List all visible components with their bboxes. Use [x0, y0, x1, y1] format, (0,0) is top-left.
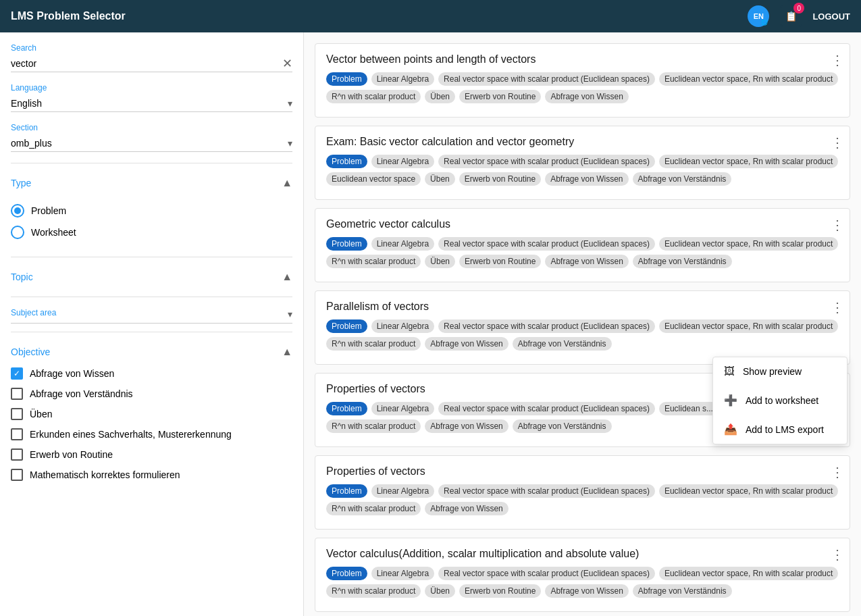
context-add-lms[interactable]: 📤 Add to LMS export	[713, 415, 847, 444]
tag-eucl-4: Euclidean s...	[659, 402, 719, 415]
type-problem-radio[interactable]	[11, 204, 24, 217]
tag-abfrage-1: Abfrage von Wissen	[545, 172, 628, 186]
objective-section: Objective ▲ ✓ Abfrage von Wissen Abfrage…	[11, 340, 292, 485]
obj-checkbox-1[interactable]	[11, 388, 23, 400]
type-problem-label: Problem	[31, 205, 66, 216]
search-row: ✕	[11, 55, 292, 72]
context-show-preview[interactable]: 🖼 Show preview	[713, 357, 847, 386]
tag-rn-6: R^n with scalar product	[326, 584, 421, 598]
context-add-worksheet[interactable]: ➕ Add to worksheet	[713, 386, 847, 415]
language-badge[interactable]: EN 🌐	[748, 5, 769, 27]
result-card-5: ⋮ Properties of vectors Problem Linear A…	[315, 455, 850, 530]
tag-real-1: Real vector space with scalar product (E…	[438, 155, 655, 168]
objective-options: ✓ Abfrage von Wissen Abfrage von Verstän…	[11, 363, 292, 485]
obj-checkbox-3[interactable]	[11, 428, 23, 440]
tag-problem-2: Problem	[326, 237, 367, 251]
tag-linear-2: Linear Algebra	[371, 237, 434, 251]
tag-erwerb-0: Erwerb von Routine	[459, 90, 541, 103]
obj-checkbox-2[interactable]	[11, 408, 23, 420]
app-header: LMS Problem Selector EN 🌐 📋 0 LOGOUT	[0, 0, 861, 32]
more-options-button-2[interactable]: ⋮	[831, 218, 844, 232]
result-tags-0: Problem Linear Algebra Real vector space…	[326, 72, 839, 86]
result-title-0: Vector between points and length of vect…	[326, 53, 839, 66]
tag-rn-0: R^n with scalar product	[326, 90, 421, 103]
topic-section: Topic ▲	[11, 265, 292, 288]
tag-linear-0: Linear Algebra	[371, 72, 434, 86]
section-dropdown-arrow: ▾	[288, 138, 292, 149]
type-problem-option[interactable]: Problem	[11, 200, 292, 222]
preview-icon: 🖼	[724, 365, 735, 378]
obj-option-4[interactable]: Erwerb von Routine	[11, 444, 292, 465]
more-options-button-0[interactable]: ⋮	[831, 53, 844, 67]
topic-header[interactable]: Topic ▲	[11, 265, 292, 288]
obj-option-3[interactable]: Erkunden eines Sachverhalts, Mustererken…	[11, 424, 292, 444]
more-options-button-1[interactable]: ⋮	[831, 136, 844, 149]
tag-problem-5: Problem	[326, 484, 367, 498]
add-worksheet-label: Add to worksheet	[746, 395, 818, 406]
obj-label-2: Üben	[30, 409, 52, 419]
obj-label-3: Erkunden eines Sachverhalts, Mustererken…	[30, 429, 232, 440]
tag-real-4: Real vector space with scalar product (E…	[438, 402, 655, 415]
obj-checkbox-0[interactable]: ✓	[11, 367, 23, 380]
obj-option-2[interactable]: Üben	[11, 404, 292, 424]
obj-option-5[interactable]: Mathematisch korrektes formulieren	[11, 465, 292, 485]
obj-checkbox-4[interactable]	[11, 448, 23, 461]
tag-problem-6: Problem	[326, 567, 367, 580]
tag-erwerb-2: Erwerb von Routine	[459, 255, 541, 268]
context-menu: 🖼 Show preview ➕ Add to worksheet 📤 Add …	[712, 357, 847, 444]
obj-checkbox-5[interactable]	[11, 469, 23, 481]
tag-abfrage-0: Abfrage von Wissen	[545, 90, 628, 103]
language-dropdown-arrow: ▾	[288, 98, 292, 109]
tag-problem-4: Problem	[326, 402, 367, 415]
result-title-5: Properties of vectors	[326, 465, 839, 478]
type-header[interactable]: Type ▲	[11, 172, 292, 195]
more-options-button-3[interactable]: ⋮	[831, 301, 844, 314]
logout-button[interactable]: LOGOUT	[812, 11, 850, 22]
tag-abfrage-6: Abfrage von Wissen	[545, 584, 628, 598]
tag-eucl-6: Euclidean vector space, Rn with scalar p…	[659, 567, 838, 580]
tag-problem-3: Problem	[326, 319, 367, 333]
type-worksheet-radio[interactable]	[11, 226, 24, 239]
tag-eucl-3: Euclidean vector space, Rn with scalar p…	[659, 319, 838, 333]
tag-eucl2-1: Euclidean vector space	[326, 172, 421, 186]
tag-uben-0: Üben	[425, 90, 455, 103]
more-options-button-5[interactable]: ⋮	[831, 465, 844, 479]
obj-label-0: Abfrage von Wissen	[30, 368, 114, 379]
section-label: Section	[11, 123, 292, 132]
more-options-button-6[interactable]: ⋮	[831, 548, 844, 561]
tag-problem-1: Problem	[326, 155, 367, 168]
obj-label-4: Erwerb von Routine	[30, 449, 113, 460]
objective-label: Objective	[11, 346, 50, 357]
obj-option-1[interactable]: Abfrage von Verständnis	[11, 384, 292, 404]
obj-option-0[interactable]: ✓ Abfrage von Wissen	[11, 363, 292, 384]
notif-count: 0	[793, 3, 804, 14]
tag-real-3: Real vector space with scalar product (E…	[438, 319, 655, 333]
search-label: Search	[11, 43, 292, 53]
search-input[interactable]	[11, 55, 282, 72]
tag-linear-3: Linear Algebra	[371, 319, 434, 333]
language-section: Language English Deutsch ▾	[11, 83, 292, 112]
type-section: Type ▲ Problem Worksheet	[11, 172, 292, 249]
tag-abfv-2: Abfrage von Verständnis	[633, 255, 732, 268]
result-tags-1: Problem Linear Algebra Real vector space…	[326, 155, 839, 168]
app-title: LMS Problem Selector	[11, 10, 748, 22]
objective-header[interactable]: Objective ▲	[11, 340, 292, 363]
tag-abfrage-5: Abfrage von Wissen	[425, 502, 508, 515]
language-select[interactable]: English Deutsch	[11, 98, 288, 109]
result-title-3: Parallelism of vectors	[326, 301, 839, 313]
section-section: Section omb_plus ▾	[11, 123, 292, 152]
language-select-wrapper: English Deutsch ▾	[11, 95, 292, 112]
type-worksheet-option[interactable]: Worksheet	[11, 222, 292, 243]
add-lms-icon: 📤	[724, 423, 737, 436]
results-area: ⋮ Vector between points and length of ve…	[304, 32, 861, 616]
type-options: Problem Worksheet	[11, 195, 292, 249]
section-select-wrapper: omb_plus ▾	[11, 135, 292, 152]
result-title-1: Exam: Basic vector calculation and vecto…	[326, 136, 839, 148]
notifications-button[interactable]: 📋 0	[780, 5, 802, 27]
tag-erwerb-6: Erwerb von Routine	[459, 584, 541, 598]
tag-abfv-3: Abfrage von Verständnis	[513, 337, 612, 351]
clear-search-button[interactable]: ✕	[282, 56, 292, 71]
tag-rn-3: R^n with scalar product	[326, 337, 421, 351]
tag-linear-6: Linear Algebra	[371, 567, 434, 580]
section-select[interactable]: omb_plus	[11, 138, 288, 149]
